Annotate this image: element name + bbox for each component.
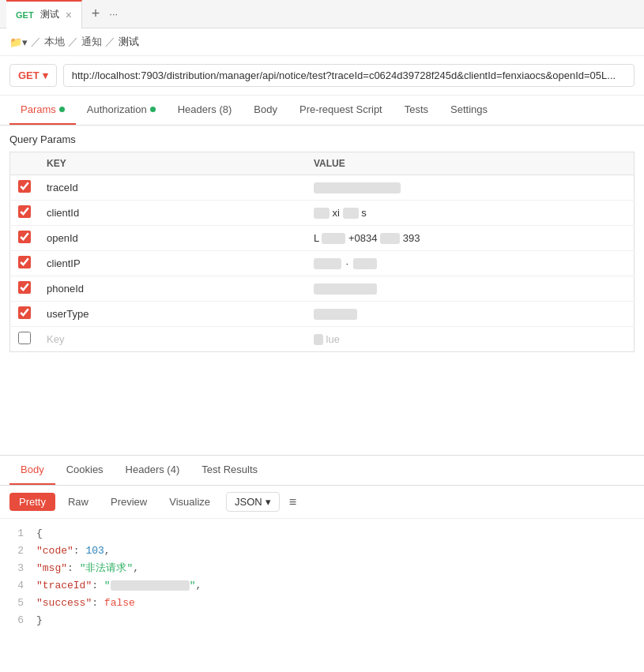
row-checkbox[interactable]: [18, 231, 31, 243]
active-tab[interactable]: GET 测试 ×: [6, 0, 82, 28]
tab-bar: GET 测试 × + ···: [0, 0, 644, 28]
row-checkbox-cell: [10, 175, 40, 201]
table-row: clientId xi s: [10, 201, 635, 226]
url-bar: GET ▾: [0, 56, 644, 96]
spacer: [0, 360, 644, 455]
line-number: 3: [9, 560, 24, 577]
tab-params-label: Params: [21, 103, 56, 115]
row-value-blurred: [314, 182, 401, 193]
col-value: VALUE: [306, 152, 635, 175]
row-checkbox[interactable]: [18, 180, 31, 193]
tab-settings-label: Settings: [450, 103, 488, 115]
tab-headers[interactable]: Headers (8): [167, 96, 243, 125]
tab-name: 测试: [40, 8, 59, 21]
row-checkbox[interactable]: [18, 256, 31, 268]
tab-body[interactable]: Body: [243, 96, 288, 125]
format-select[interactable]: JSON ▾: [226, 492, 280, 512]
code-line-4: 4 "traceId": "",: [9, 577, 635, 595]
code-line-1: 1 {: [9, 525, 635, 542]
code-line-6: 6 }: [9, 612, 635, 629]
row-value-text: +0834: [348, 232, 378, 244]
row-checkbox[interactable]: [18, 306, 31, 319]
new-tab-button[interactable]: +: [82, 6, 110, 22]
fmt-pretty-button[interactable]: Pretty: [9, 493, 55, 511]
row-value-blurred: [353, 258, 377, 269]
url-input[interactable]: [63, 64, 635, 87]
resp-tab-testresults[interactable]: Test Results: [190, 456, 269, 485]
code-block: 1 { 2 "code": 103, 3 "msg": "非法请求", 4 "t…: [0, 519, 644, 636]
tab-tests[interactable]: Tests: [394, 96, 439, 125]
tab-prerequest-label: Pre-request Script: [299, 103, 382, 115]
row-value-blurred: [343, 208, 359, 219]
row-value-blurred: [380, 233, 400, 244]
table-row: phoneId: [10, 276, 635, 302]
tab-headers-label: Headers (8): [178, 103, 232, 115]
breadcrumb-test[interactable]: 测试: [119, 35, 139, 49]
table-row: userType: [10, 302, 635, 327]
params-section: Query Params KEY VALUE traceId: [0, 126, 644, 360]
tab-prerequest[interactable]: Pre-request Script: [288, 96, 394, 125]
row-value-cell: [306, 175, 635, 201]
fmt-visualize-button[interactable]: Visualize: [160, 493, 220, 511]
row-value-blurred: [322, 233, 345, 244]
line-number: 1: [9, 525, 24, 542]
breadcrumb: 📁▾ ／ 本地 ／ 通知 ／ 测试: [0, 28, 644, 56]
breadcrumb-local[interactable]: 本地: [44, 35, 65, 49]
format-bar: Pretty Raw Preview Visualize JSON ▾ ≡: [0, 486, 644, 519]
row-value-prefix: [314, 334, 323, 345]
wrap-icon[interactable]: ≡: [289, 495, 296, 509]
row-value-blurred: [314, 258, 341, 269]
resp-body-label: Body: [21, 464, 44, 475]
row-checkbox[interactable]: [18, 205, 31, 218]
table-row: clientIP ·: [10, 251, 635, 276]
traceid-blurred: [111, 580, 190, 591]
fmt-preview-button[interactable]: Preview: [101, 493, 156, 511]
tab-params[interactable]: Params: [9, 96, 76, 125]
method-label: GET: [18, 69, 40, 81]
tab-method-badge: GET: [16, 10, 34, 20]
code-content: }: [36, 612, 43, 629]
row-key: phoneId: [47, 283, 84, 295]
row-value-blurred: [314, 283, 377, 295]
resp-cookies-label: Cookies: [66, 464, 104, 475]
breadcrumb-notify[interactable]: 通知: [81, 35, 102, 49]
row-checkbox[interactable]: [18, 332, 31, 344]
tab-settings[interactable]: Settings: [439, 96, 499, 125]
row-value-text: 393: [403, 232, 420, 244]
resp-tab-headers[interactable]: Headers (4): [115, 456, 191, 485]
request-tabs: Params Authorization Headers (8) Body Pr…: [0, 96, 644, 126]
resp-tab-cookies[interactable]: Cookies: [55, 456, 115, 485]
params-dot: [59, 107, 65, 112]
breadcrumb-folder-icon: 📁▾: [9, 36, 28, 48]
table-row: openId L +0834 393: [10, 226, 635, 251]
table-row: traceId: [10, 175, 635, 201]
method-select[interactable]: GET ▾: [9, 64, 57, 87]
row-value-blurred: [314, 208, 330, 219]
more-tabs-button[interactable]: ···: [109, 8, 118, 20]
row-key: openId: [47, 232, 78, 244]
code-line-5: 5 "success": false: [9, 595, 635, 612]
row-value-blurred: [314, 309, 357, 320]
resp-tab-body[interactable]: Body: [9, 456, 55, 485]
authorization-dot: [150, 107, 156, 112]
response-tabs: Body Cookies Headers (4) Test Results: [0, 456, 644, 486]
row-value-text: s: [361, 207, 367, 219]
row-key: traceId: [47, 182, 78, 193]
line-number: 2: [9, 542, 24, 560]
code-content: "code": 103,: [36, 542, 111, 560]
row-value-text: L: [314, 232, 319, 244]
row-value-placeholder: lue: [326, 333, 340, 345]
tab-authorization[interactable]: Authorization: [76, 96, 167, 125]
row-key-placeholder: Key: [47, 333, 64, 345]
row-checkbox[interactable]: [18, 281, 31, 294]
tab-close-button[interactable]: ×: [66, 9, 72, 21]
col-check: [10, 152, 40, 175]
resp-testresults-label: Test Results: [201, 464, 258, 475]
fmt-raw-button[interactable]: Raw: [58, 493, 98, 511]
tab-tests-label: Tests: [405, 103, 428, 115]
code-line-3: 3 "msg": "非法请求",: [9, 560, 635, 577]
col-key: KEY: [39, 152, 306, 175]
query-params-title: Query Params: [9, 133, 635, 145]
row-key: userType: [47, 308, 89, 320]
row-value-text: xi: [333, 207, 340, 219]
